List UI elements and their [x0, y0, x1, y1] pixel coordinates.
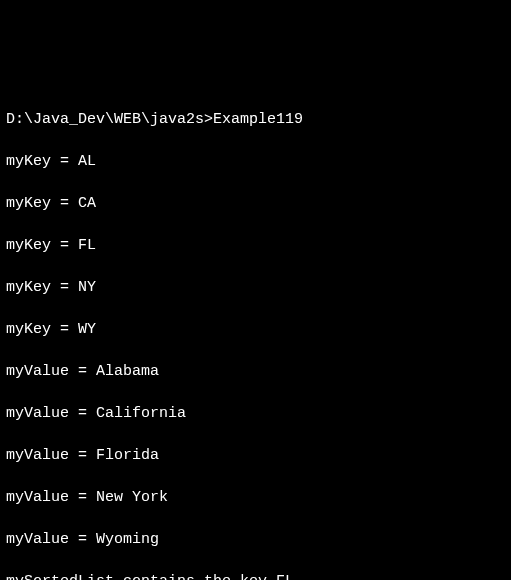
output-line: myKey = WY — [6, 319, 505, 340]
output-line: myKey = AL — [6, 151, 505, 172]
output-line: myValue = California — [6, 403, 505, 424]
prompt-path: D:\Java_Dev\WEB\java2s> — [6, 109, 213, 130]
output-line: myValue = Alabama — [6, 361, 505, 382]
output-line: myValue = Wyoming — [6, 529, 505, 550]
prompt-command: Example119 — [213, 109, 303, 130]
output-line: myValue = New York — [6, 487, 505, 508]
output-line: mySortedList contains the key FL — [6, 571, 505, 580]
output-line: myKey = FL — [6, 235, 505, 256]
output-line: myKey = NY — [6, 277, 505, 298]
output-line: myValue = Florida — [6, 445, 505, 466]
terminal-output: D:\Java_Dev\WEB\java2s>Example119 myKey … — [6, 88, 505, 580]
command-prompt-line: D:\Java_Dev\WEB\java2s>Example119 — [6, 109, 505, 130]
output-line: myKey = CA — [6, 193, 505, 214]
